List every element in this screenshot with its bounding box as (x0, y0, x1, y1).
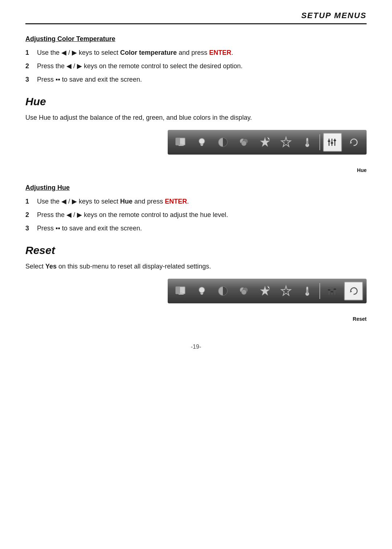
reset-icon-half-circle (213, 282, 232, 300)
picture-icon (174, 136, 187, 149)
page-number: -19- (191, 344, 201, 350)
hue-icon-bar (168, 130, 367, 155)
hue-step-1-text: Use the ◀ / ▶ keys to select Hue and pre… (37, 197, 189, 206)
svg-rect-3 (179, 145, 184, 146)
adjusting-hue-title: Adjusting Hue (25, 184, 367, 192)
reset-picture-icon (174, 284, 187, 298)
reset-icon-bar-container: Reset (25, 279, 367, 322)
reset-icon-bar-label: Reset (353, 316, 367, 322)
icon-star-sparkle (256, 133, 274, 152)
step-number-2: 2 (25, 61, 33, 71)
svg-rect-5 (200, 144, 203, 145)
reset-color-balance-icon (237, 284, 250, 298)
svg-marker-41 (281, 286, 291, 295)
header-title: Setup Menus (301, 11, 367, 20)
svg-point-30 (199, 287, 205, 293)
svg-point-39 (268, 286, 268, 287)
bold-yes: Yes (45, 263, 57, 270)
adjusting-hue-section: Adjusting Hue 1 Use the ◀ / ▶ keys to se… (25, 184, 367, 233)
svg-point-4 (199, 138, 205, 144)
svg-rect-44 (307, 290, 308, 294)
svg-rect-27 (176, 287, 180, 294)
bold-color-temperature: Color temperature (120, 49, 177, 56)
hue-step-2-text: Press the ◀ / ▶ keys on the remote contr… (37, 210, 228, 220)
reset-icon-star-sparkle (256, 282, 274, 300)
reset-icon-color-balance (234, 282, 253, 300)
svg-rect-49 (331, 291, 333, 292)
enter-keyword-hue: ENTER (165, 198, 187, 205)
svg-rect-2 (180, 144, 182, 145)
step-number-3: 3 (25, 75, 33, 85)
reset-icon-bar (168, 279, 367, 303)
reset-icon-bar-wrapper (168, 279, 367, 303)
thermometer-icon (301, 136, 314, 149)
icon-bulb (192, 133, 211, 152)
reset-rotate-icon (347, 284, 360, 298)
svg-rect-23 (331, 142, 333, 144)
page-footer: -19- (25, 344, 367, 350)
reset-sliders-icon (326, 284, 339, 298)
svg-point-38 (268, 287, 269, 288)
icon-picture (171, 133, 190, 152)
reset-icon-bulb (192, 282, 211, 300)
svg-rect-31 (200, 293, 203, 294)
svg-rect-28 (180, 292, 182, 294)
svg-point-36 (241, 290, 246, 295)
icon-star-outline (277, 133, 295, 152)
color-temp-steps: 1 Use the ◀ / ▶ keys to select Color tem… (25, 48, 367, 85)
step-3: 3 Press ▪▪ to save and exit the screen. (25, 75, 367, 85)
reset-icon-divider (319, 283, 320, 299)
svg-rect-1 (176, 138, 180, 145)
svg-rect-48 (328, 289, 330, 291)
icon-divider (319, 134, 320, 150)
svg-rect-32 (201, 294, 203, 295)
icon-thermometer (298, 133, 317, 152)
svg-rect-24 (334, 140, 336, 141)
step-number-1: 1 (25, 48, 33, 58)
bold-hue: Hue (120, 198, 132, 205)
hue-steps: 1 Use the ◀ / ▶ keys to select Hue and p… (25, 197, 367, 233)
page-header: Setup Menus (25, 11, 367, 24)
reset-icon-thermometer (298, 282, 317, 300)
reset-icon-star-outline (277, 282, 295, 300)
rotate-icon (347, 136, 360, 149)
hue-step-number-1: 1 (25, 197, 33, 206)
hue-heading: Hue (25, 95, 367, 108)
reset-half-circle-icon (216, 284, 229, 298)
svg-rect-50 (334, 288, 336, 290)
hue-description: Use Hue to adjust the balance of the red… (25, 113, 367, 123)
icon-rotate (344, 133, 363, 152)
color-balance-icon (237, 136, 250, 149)
hue-step-2: 2 Press the ◀ / ▶ keys on the remote con… (25, 210, 367, 220)
adjusting-color-temp-section: Adjusting Color Temperature 1 Use the ◀ … (25, 35, 367, 85)
star-sparkle-icon (258, 136, 271, 149)
svg-rect-18 (307, 141, 308, 145)
svg-point-14 (269, 139, 270, 140)
hue-icon-bar-wrapper (168, 130, 367, 155)
icon-color-balance (234, 133, 253, 152)
svg-rect-6 (201, 145, 203, 146)
hue-icon-bar-container: Hue (25, 130, 367, 173)
svg-rect-29 (179, 294, 184, 295)
reset-description: Select Yes on this sub-menu to reset all… (25, 262, 367, 271)
bulb-icon (195, 136, 208, 149)
hue-section: Hue Use Hue to adjust the balance of the… (25, 95, 367, 233)
hue-step-number-2: 2 (25, 210, 33, 220)
reset-icon-picture (171, 282, 190, 300)
icon-sliders-hue (323, 133, 342, 152)
star-outline-icon (279, 136, 293, 149)
reset-heading: Reset (25, 244, 367, 257)
svg-point-10 (241, 141, 246, 146)
sliders-icon (326, 136, 339, 149)
reset-section: Reset Select Yes on this sub-menu to res… (25, 244, 367, 322)
hue-step-3: 3 Press ▪▪ to save and exit the screen. (25, 224, 367, 233)
step-1: 1 Use the ◀ / ▶ keys to select Color tem… (25, 48, 367, 58)
svg-rect-22 (328, 140, 330, 142)
reset-thermometer-icon (301, 284, 314, 298)
hue-step-1: 1 Use the ◀ / ▶ keys to select Hue and p… (25, 197, 367, 206)
reset-icon-sliders (323, 282, 342, 300)
half-circle-icon (216, 136, 229, 149)
step-2: 2 Press the ◀ / ▶ keys on the remote con… (25, 61, 367, 71)
svg-point-13 (268, 137, 268, 138)
step-3-text: Press ▪▪ to save and exit the screen. (37, 75, 142, 85)
